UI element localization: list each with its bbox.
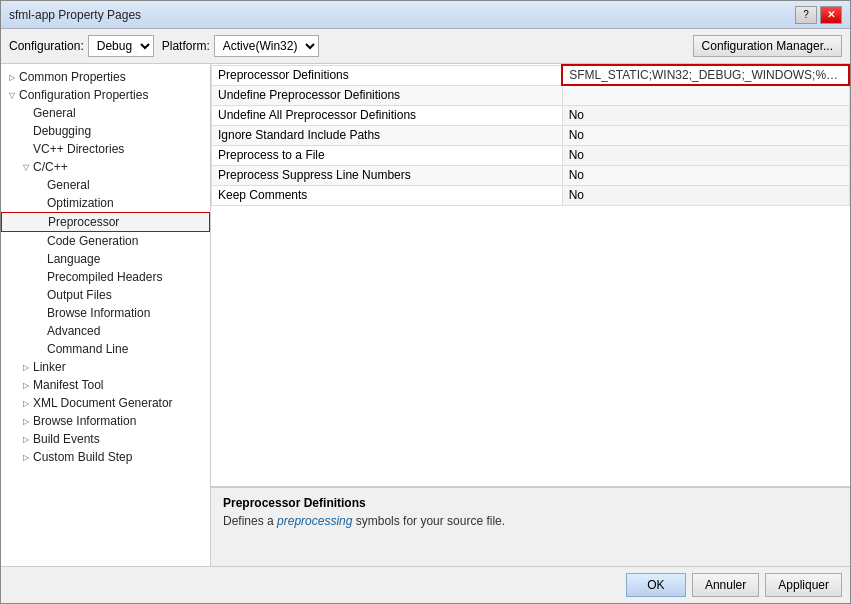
property-row[interactable]: Preprocess Suppress Line NumbersNo	[212, 165, 850, 185]
tree-label-cpp: C/C++	[33, 160, 68, 174]
property-row[interactable]: Preprocessor DefinitionsSFML_STATIC;WIN3…	[212, 65, 850, 85]
tree-item-advanced[interactable]: Advanced	[1, 322, 210, 340]
tree-label-advanced: Advanced	[47, 324, 100, 338]
tree-toggle-cpp-general	[33, 178, 47, 192]
property-name: Preprocessor Definitions	[212, 65, 563, 85]
tree-label-language: Language	[47, 252, 100, 266]
bottom-bar: OK Annuler Appliquer	[1, 566, 850, 603]
tree-toggle-language	[33, 252, 47, 266]
desc-title: Preprocessor Definitions	[223, 496, 838, 510]
tree-item-linker[interactable]: ▷Linker	[1, 358, 210, 376]
tree-item-general[interactable]: General	[1, 104, 210, 122]
tree-item-build-events[interactable]: ▷Build Events	[1, 430, 210, 448]
tree-item-preprocessor[interactable]: Preprocessor	[1, 212, 210, 232]
tree-label-linker: Linker	[33, 360, 66, 374]
tree-label-build-events: Build Events	[33, 432, 100, 446]
tree-label-precompiled-headers: Precompiled Headers	[47, 270, 162, 284]
property-value[interactable]: No	[562, 145, 849, 165]
property-row[interactable]: Preprocess to a FileNo	[212, 145, 850, 165]
tree-label-optimization: Optimization	[47, 196, 114, 210]
property-name: Undefine Preprocessor Definitions	[212, 85, 563, 105]
tree-toggle-code-generation	[33, 234, 47, 248]
tree-label-cpp-general: General	[47, 178, 90, 192]
tree-item-manifest-tool[interactable]: ▷Manifest Tool	[1, 376, 210, 394]
tree-item-cpp-general[interactable]: General	[1, 176, 210, 194]
property-name: Undefine All Preprocessor Definitions	[212, 105, 563, 125]
tree-item-optimization[interactable]: Optimization	[1, 194, 210, 212]
apply-button[interactable]: Appliquer	[765, 573, 842, 597]
property-value[interactable]: No	[562, 105, 849, 125]
tree-item-output-files[interactable]: Output Files	[1, 286, 210, 304]
tree-label-common-properties: Common Properties	[19, 70, 126, 84]
property-row[interactable]: Undefine Preprocessor Definitions	[212, 85, 850, 105]
tree-toggle-linker[interactable]: ▷	[19, 360, 33, 374]
tree-item-precompiled-headers[interactable]: Precompiled Headers	[1, 268, 210, 286]
tree-toggle-precompiled-headers	[33, 270, 47, 284]
tree-item-browse-information2[interactable]: ▷Browse Information	[1, 412, 210, 430]
tree-toggle-build-events[interactable]: ▷	[19, 432, 33, 446]
tree-toggle-command-line	[33, 342, 47, 356]
main-content: ▷Common Properties▽Configuration Propert…	[1, 64, 850, 566]
cancel-button[interactable]: Annuler	[692, 573, 759, 597]
property-row[interactable]: Ignore Standard Include PathsNo	[212, 125, 850, 145]
tree-toggle-browse-information	[33, 306, 47, 320]
desc-text: Defines a preprocessing symbols for your…	[223, 514, 838, 528]
tree-item-browse-information[interactable]: Browse Information	[1, 304, 210, 322]
property-value[interactable]	[562, 85, 849, 105]
tree-item-custom-build-step[interactable]: ▷Custom Build Step	[1, 448, 210, 466]
tree-toggle-cpp[interactable]: ▽	[19, 160, 33, 174]
property-name: Keep Comments	[212, 185, 563, 205]
right-panel: Preprocessor DefinitionsSFML_STATIC;WIN3…	[211, 64, 850, 566]
tree-toggle-advanced	[33, 324, 47, 338]
property-name: Ignore Standard Include Paths	[212, 125, 563, 145]
description-panel: Preprocessor Definitions Defines a prepr…	[211, 486, 850, 566]
help-button[interactable]: ?	[795, 6, 817, 24]
tree-item-language[interactable]: Language	[1, 250, 210, 268]
tree-label-general: General	[33, 106, 76, 120]
tree-toggle-xml-document-generator[interactable]: ▷	[19, 396, 33, 410]
tree-item-debugging[interactable]: Debugging	[1, 122, 210, 140]
property-value[interactable]: SFML_STATIC;WIN32;_DEBUG;_WINDOWS;%(Prep…	[562, 65, 849, 85]
tree-label-browse-information2: Browse Information	[33, 414, 136, 428]
config-select[interactable]: Debug	[88, 35, 154, 57]
tree-item-command-line[interactable]: Command Line	[1, 340, 210, 358]
property-row[interactable]: Undefine All Preprocessor DefinitionsNo	[212, 105, 850, 125]
tree-toggle-custom-build-step[interactable]: ▷	[19, 450, 33, 464]
tree-item-vc-directories[interactable]: VC++ Directories	[1, 140, 210, 158]
tree-panel: ▷Common Properties▽Configuration Propert…	[1, 64, 211, 566]
properties-grid: Preprocessor DefinitionsSFML_STATIC;WIN3…	[211, 64, 850, 206]
tree-item-cpp[interactable]: ▽C/C++	[1, 158, 210, 176]
tree-label-preprocessor: Preprocessor	[48, 215, 119, 229]
tree-toggle-debugging	[19, 124, 33, 138]
tree-label-command-line: Command Line	[47, 342, 128, 356]
tree-item-xml-document-generator[interactable]: ▷XML Document Generator	[1, 394, 210, 412]
property-value[interactable]: No	[562, 185, 849, 205]
tree-label-custom-build-step: Custom Build Step	[33, 450, 132, 464]
tree-item-configuration-properties[interactable]: ▽Configuration Properties	[1, 86, 210, 104]
tree-label-vc-directories: VC++ Directories	[33, 142, 124, 156]
ok-button[interactable]: OK	[626, 573, 686, 597]
config-manager-button[interactable]: Configuration Manager...	[693, 35, 842, 57]
tree-toggle-configuration-properties[interactable]: ▽	[5, 88, 19, 102]
config-group: Configuration: Debug	[9, 35, 154, 57]
tree-toggle-preprocessor	[34, 215, 48, 229]
tree-toggle-output-files	[33, 288, 47, 302]
title-bar: sfml-app Property Pages ? ✕	[1, 1, 850, 29]
property-value[interactable]: No	[562, 165, 849, 185]
config-label: Configuration:	[9, 39, 84, 53]
platform-select[interactable]: Active(Win32)	[214, 35, 319, 57]
tree-toggle-common-properties[interactable]: ▷	[5, 70, 19, 84]
tree-toggle-browse-information2[interactable]: ▷	[19, 414, 33, 428]
toolbar: Configuration: Debug Platform: Active(Wi…	[1, 29, 850, 64]
property-name: Preprocess Suppress Line Numbers	[212, 165, 563, 185]
tree-toggle-manifest-tool[interactable]: ▷	[19, 378, 33, 392]
property-value[interactable]: No	[562, 125, 849, 145]
tree-item-common-properties[interactable]: ▷Common Properties	[1, 68, 210, 86]
property-row[interactable]: Keep CommentsNo	[212, 185, 850, 205]
tree-item-code-generation[interactable]: Code Generation	[1, 232, 210, 250]
tree-label-browse-information: Browse Information	[47, 306, 150, 320]
window-title: sfml-app Property Pages	[9, 8, 141, 22]
property-name: Preprocess to a File	[212, 145, 563, 165]
close-button[interactable]: ✕	[820, 6, 842, 24]
tree-label-output-files: Output Files	[47, 288, 112, 302]
